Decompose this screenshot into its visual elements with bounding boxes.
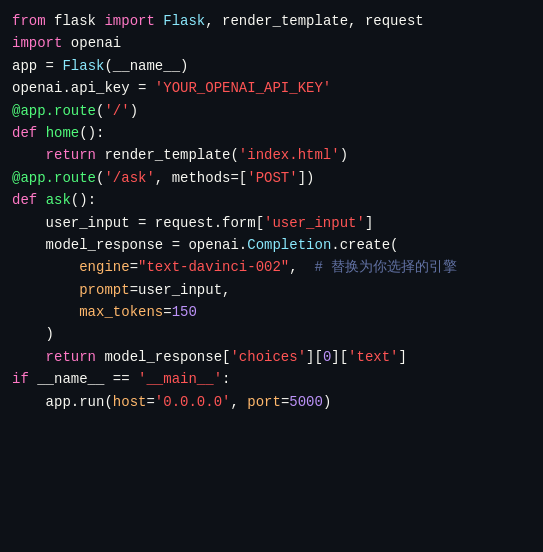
code-line-12: def ask(): (12, 189, 531, 211)
code-line-9: return render_template('index.html') (12, 144, 531, 166)
code-line-1: from flask import Flask, render_template… (12, 10, 531, 32)
code-line-22: app.run(host='0.0.0.0', port=5000) (12, 391, 531, 413)
code-line-11: @app.route('/ask', methods=['POST']) (12, 167, 531, 189)
code-line-16: prompt=user_input, (12, 279, 531, 301)
code-line-14: model_response = openai.Completion.creat… (12, 234, 531, 256)
code-line-17: max_tokens=150 (12, 301, 531, 323)
code-editor: from flask import Flask, render_template… (0, 0, 543, 552)
code-line-2: import openai (12, 32, 531, 54)
code-line-13: user_input = request.form['user_input'] (12, 212, 531, 234)
code-line-21: if __name__ == '__main__': (12, 368, 531, 390)
code-line-18: ) (12, 323, 531, 345)
code-line-19: return model_response['choices'][0]['tex… (12, 346, 531, 368)
code-line-15: engine="text-davinci-002", # 替换为你选择的引擎 (12, 256, 531, 278)
code-line-4: app = Flask(__name__) (12, 55, 531, 77)
code-line-8: def home(): (12, 122, 531, 144)
code-line-5: openai.api_key = 'YOUR_OPENAI_API_KEY' (12, 77, 531, 99)
code-line-7: @app.route('/') (12, 100, 531, 122)
